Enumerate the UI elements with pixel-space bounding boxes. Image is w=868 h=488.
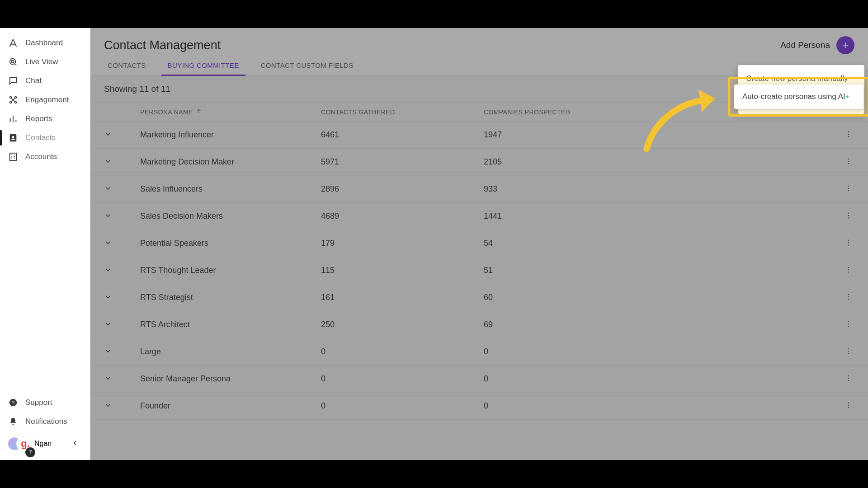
sidebar-item-label: Chat (25, 76, 42, 85)
table-row: Sales Decision Makers 4689 1441 (90, 203, 868, 230)
sidebar-item-notifications[interactable]: Notifications (0, 412, 90, 431)
expand-row-button[interactable] (104, 320, 140, 330)
sidebar-item-reports[interactable]: Reports (0, 109, 90, 128)
sidebar-item-label: Reports (25, 114, 52, 123)
column-label: PERSONA NAME (140, 108, 193, 116)
expand-row-button[interactable] (104, 401, 140, 411)
sidebar-item-chat[interactable]: Chat (0, 71, 90, 90)
logo-icon (8, 38, 18, 48)
svg-point-30 (848, 296, 849, 297)
expand-row-button[interactable] (104, 293, 140, 303)
row-actions-button[interactable] (843, 128, 854, 142)
row-actions-button[interactable] (843, 399, 854, 413)
cell-companies: 1947 (484, 130, 827, 140)
sidebar-item-label: Support (25, 398, 52, 407)
sort-asc-icon (196, 108, 202, 116)
add-persona-button[interactable]: Add Persona (780, 36, 854, 54)
sidebar-item-dashboard[interactable]: Dashboard (0, 33, 90, 52)
svg-point-13 (848, 136, 849, 137)
expand-row-button[interactable] (104, 130, 140, 140)
target-search-icon (8, 57, 18, 67)
expand-row-button[interactable] (104, 157, 140, 167)
sidebar-item-contacts[interactable]: Contacts (0, 128, 90, 147)
row-actions-button[interactable] (843, 372, 854, 386)
cell-persona-name: Potential Speakers (140, 239, 321, 248)
expand-row-button[interactable] (104, 266, 140, 276)
svg-point-12 (848, 133, 849, 134)
svg-point-33 (848, 323, 849, 324)
cell-contacts: 4689 (321, 211, 484, 221)
cell-companies: 0 (484, 374, 827, 384)
content: Showing 11 of 11 PERSONA NAME CONTACTS G… (90, 76, 868, 460)
row-actions-button[interactable] (843, 345, 854, 359)
svg-point-17 (848, 185, 849, 186)
svg-point-39 (848, 377, 849, 378)
sidebar-user[interactable]: g. 7 Ngan (0, 431, 90, 460)
expand-row-button[interactable] (104, 239, 140, 249)
row-actions-button[interactable] (843, 237, 854, 250)
cell-companies: 54 (484, 239, 827, 248)
cell-persona-name: Founder (140, 401, 321, 411)
svg-point-4 (10, 102, 12, 103)
column-contacts-gathered[interactable]: CONTACTS GATHERED (321, 108, 484, 116)
svg-point-25 (848, 244, 849, 245)
expand-row-button[interactable] (104, 347, 140, 357)
svg-point-23 (848, 239, 849, 240)
svg-point-31 (848, 299, 849, 300)
cell-contacts: 250 (321, 320, 484, 329)
add-persona-label: Add Persona (780, 40, 830, 50)
row-actions-button[interactable] (843, 318, 854, 332)
cell-contacts: 5971 (321, 157, 484, 167)
svg-point-41 (848, 402, 849, 403)
sidebar-item-accounts[interactable]: Accounts (0, 147, 90, 166)
cell-persona-name: RTS Strategist (140, 293, 321, 302)
sidebar-item-label: Notifications (25, 417, 67, 426)
expand-row-button[interactable] (104, 184, 140, 194)
svg-point-20 (848, 212, 849, 213)
row-actions-button[interactable] (843, 264, 854, 277)
svg-point-40 (848, 380, 849, 381)
sidebar-item-liveview[interactable]: Live View (0, 52, 90, 71)
sidebar-item-label: Contacts (25, 133, 56, 142)
cell-contacts: 0 (321, 401, 484, 411)
table-row: Founder 0 0 (90, 393, 868, 420)
building-icon (8, 152, 18, 162)
dropdown-item-auto-ai[interactable]: Auto-create personas using AI+ (734, 84, 863, 109)
sidebar-item-support[interactable]: ? Support (0, 393, 90, 412)
cell-contacts: 0 (321, 347, 484, 357)
svg-point-14 (848, 158, 849, 159)
sidebar-item-engagement[interactable]: Engagement (0, 90, 90, 109)
tab-buying-committee[interactable]: BUYING COMMITTEE (164, 57, 243, 75)
table-row: RTS Strategist 161 60 (90, 284, 868, 311)
cell-persona-name: Marketing Decision Maker (140, 157, 321, 167)
cell-contacts: 2896 (321, 184, 484, 194)
expand-row-button[interactable] (104, 211, 140, 221)
tab-contacts[interactable]: CONTACTS (104, 57, 150, 75)
avatar-stack: g. 7 (8, 435, 31, 453)
row-actions-button[interactable] (843, 210, 854, 223)
row-actions-button[interactable] (843, 183, 854, 196)
svg-point-21 (848, 215, 849, 216)
expand-row-button[interactable] (104, 374, 140, 384)
cell-companies: 933 (484, 184, 827, 194)
tab-custom-fields[interactable]: CONTACT CUSTOM FIELDS (257, 57, 357, 75)
svg-point-38 (848, 375, 849, 376)
svg-point-29 (848, 294, 849, 295)
svg-point-37 (848, 353, 849, 354)
svg-point-3 (15, 97, 17, 99)
column-persona-name[interactable]: PERSONA NAME (140, 108, 321, 116)
svg-point-15 (848, 160, 849, 161)
collapse-sidebar-button[interactable] (68, 436, 82, 451)
chat-icon (8, 76, 18, 86)
svg-point-0 (10, 59, 16, 65)
sidebar-item-label: Engagement (25, 95, 69, 104)
persona-table: PERSONA NAME CONTACTS GATHERED COMPANIES… (90, 102, 868, 420)
svg-text:?: ? (12, 400, 14, 405)
cell-companies: 0 (484, 347, 827, 357)
svg-point-43 (848, 407, 849, 408)
cell-persona-name: Large (140, 347, 321, 357)
svg-point-18 (848, 188, 849, 188)
svg-point-16 (848, 163, 849, 164)
row-actions-button[interactable] (843, 155, 854, 169)
row-actions-button[interactable] (843, 291, 854, 305)
